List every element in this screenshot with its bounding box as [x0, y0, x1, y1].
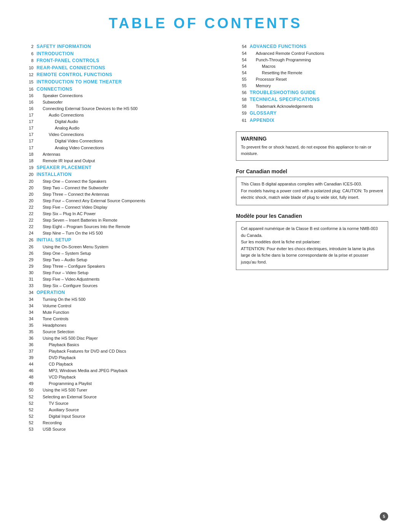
toc-entry: 26Using the On-Screen Menu System — [23, 244, 221, 250]
toc-page-num: 22 — [23, 211, 33, 217]
toc-entry-text: Recording — [37, 420, 62, 426]
toc-page-num: 20 — [23, 178, 33, 185]
content-area: 2SAFETY INFORMATION6INTRODUCTION8FRONT-P… — [23, 43, 388, 433]
toc-entry-text: Speaker Connections — [37, 93, 83, 99]
toc-page-num: 22 — [23, 224, 33, 230]
toc-entry: 54Advanced Remote Control Functions — [236, 50, 388, 57]
toc-page-num: 29 — [23, 263, 33, 270]
toc-page-num: 6 — [23, 51, 33, 57]
toc-entry-text: Advanced Remote Control Functions — [250, 50, 324, 57]
toc-entry: 52Selecting an External Source — [23, 394, 221, 400]
toc-entry: 54Resetting the Remote — [236, 70, 388, 76]
toc-entry-text: Processor Reset — [250, 76, 287, 83]
toc-page-num: 26 — [23, 237, 33, 243]
toc-entry-text: Connecting External Source Devices to th… — [37, 105, 137, 112]
page: TABLE OF CONTENTS 2SAFETY INFORMATION6IN… — [0, 0, 411, 532]
toc-entry-text: Step Five – Connect Video Display — [37, 204, 107, 211]
toc-page-num: 15 — [23, 79, 33, 85]
toc-entry: 30Step Four – Video Setup — [23, 270, 221, 276]
toc-entry: 59GLOSSARY — [236, 110, 388, 117]
toc-page-num: 20 — [23, 171, 33, 178]
toc-page-num: 17 — [23, 131, 33, 138]
toc-entry-text: Remote IR Input and Output — [37, 158, 95, 164]
toc-page-num: 54 — [236, 43, 247, 50]
toc-entry-text: Selecting an External Source — [37, 394, 97, 400]
canadian-model-section: For Canadian model This Class B digital … — [236, 168, 388, 205]
toc-entry-text: DVD Playback — [37, 355, 76, 361]
toc-page-num: 54 — [236, 57, 247, 63]
toc-entry: 16Connecting External Source Devices to … — [23, 105, 221, 112]
toc-page-num: 35 — [23, 329, 33, 335]
toc-page-num: 61 — [236, 117, 247, 124]
toc-entry: 24Step Nine – Turn On the HS 500 — [23, 230, 221, 236]
canadian-model-title: For Canadian model — [236, 168, 388, 174]
toc-entry: 52Digital Input Source — [23, 413, 221, 420]
toc-entry-text: GLOSSARY — [250, 110, 277, 117]
toc-page-num: 19 — [23, 165, 33, 171]
toc-entry: 12REMOTE CONTROL FUNCTIONS — [23, 71, 221, 78]
toc-entry-text: Headphones — [37, 322, 66, 329]
toc-entry-text: Using the HS 500 Tuner — [37, 387, 87, 393]
toc-entry-text: SPEAKER PLACEMENT — [37, 164, 92, 171]
toc-entry-text: REAR-PANEL CONNECTIONS — [37, 64, 105, 72]
left-column: 2SAFETY INFORMATION6INTRODUCTION8FRONT-P… — [23, 43, 221, 433]
toc-entry-text: Memory — [250, 83, 271, 89]
toc-entry-text: Using the HS 500 Disc Player — [37, 335, 98, 342]
canadian-model-text: This Class B digital apparatus complies … — [241, 181, 383, 201]
toc-entry: 26INITIAL SETUP — [23, 236, 221, 244]
toc-entry: 29Step Two – Audio Setup — [23, 257, 221, 263]
toc-entry-text: INTRODUCTION TO HOME THEATER — [37, 78, 122, 86]
toc-entry-text: TECHNICAL SPECIFICATIONS — [250, 96, 320, 103]
toc-page-num: 59 — [236, 110, 247, 117]
toc-page-num: 48 — [23, 374, 33, 380]
toc-entry: 54Punch-Through Programming — [236, 57, 388, 63]
toc-entry-text: CD Playback — [37, 361, 73, 367]
toc-entry-text: Step Six – Configure Sources — [37, 283, 97, 289]
toc-page-num: 26 — [23, 244, 33, 250]
toc-page-num: 8 — [23, 58, 33, 64]
toc-page-num: 20 — [23, 191, 33, 198]
toc-entry-text: APPENDIX — [250, 117, 274, 124]
toc-page-num: 52 — [23, 394, 33, 400]
toc-entry: 17Digital Audio — [23, 118, 221, 125]
toc-entry-text: INITIAL SETUP — [37, 236, 72, 244]
toc-page-num: 18 — [23, 158, 33, 164]
toc-entry-text: Volume Control — [37, 303, 71, 309]
toc-entry: 49Programming a Playlist — [23, 380, 221, 387]
toc-entry-text: Digital Video Connections — [37, 138, 103, 144]
toc-entry: 36Playback Basics — [23, 342, 221, 348]
toc-page-num: 12 — [23, 72, 33, 78]
toc-entry: 22Step Five – Connect Video Display — [23, 204, 221, 211]
toc-entry: 17Digital Video Connections — [23, 138, 221, 144]
toc-entry-text: SAFETY INFORMATION — [37, 43, 91, 50]
toc-entry: 50Using the HS 500 Tuner — [23, 387, 221, 393]
toc-entry: 34Mute Function — [23, 309, 221, 316]
toc-page-num: 20 — [23, 198, 33, 204]
toc-page-num: 35 — [23, 322, 33, 329]
toc-entry-text: Using the On-Screen Menu System — [37, 244, 108, 250]
toc-entry: 46MP3, Windows Media and JPEG Playback — [23, 367, 221, 374]
toc-entry: 8FRONT-PANEL CONTROLS — [23, 57, 221, 64]
toc-entry: 55Memory — [236, 83, 388, 89]
toc-page-num: 39 — [23, 355, 33, 361]
toc-entry: 53USB Source — [23, 426, 221, 433]
toc-entry: 26Step One – System Setup — [23, 250, 221, 257]
toc-entry-text: Digital Audio — [37, 118, 78, 125]
toc-entry-text: Step Five – Video Adjustments — [37, 276, 100, 283]
toc-entry-text: Step Two – Audio Setup — [37, 257, 87, 263]
toc-page-num: 17 — [23, 125, 33, 131]
french-model-title: Modèle pour les Canadien — [236, 213, 388, 219]
toc-page-num: 44 — [23, 361, 33, 367]
toc-entry: 17Video Connections — [23, 131, 221, 138]
toc-entry-text: Playback Basics — [37, 342, 79, 348]
toc-page-num: 54 — [236, 70, 247, 76]
toc-entry-text: USB Source — [37, 426, 66, 433]
toc-entry: 20Step Two – Connect the Subwoofer — [23, 185, 221, 191]
toc-entry: 61APPENDIX — [236, 117, 388, 124]
toc-entry-text: INSTALLATION — [37, 171, 72, 178]
toc-page-num: 30 — [23, 270, 33, 276]
toc-entry: 29Step Three – Configure Speakers — [23, 263, 221, 270]
toc-entry: 37Playback Features for DVD and CD Discs — [23, 348, 221, 355]
toc-page-num: 50 — [23, 387, 33, 393]
toc-entry: 22Step Seven – Insert Batteries in Remot… — [23, 217, 221, 224]
